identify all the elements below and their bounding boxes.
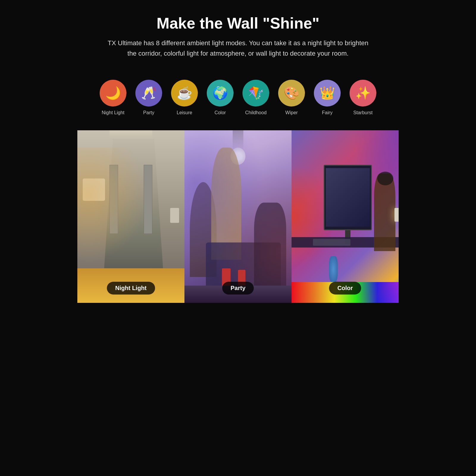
color-label: Color: [214, 110, 226, 115]
leisure-label: Leisure: [177, 110, 192, 115]
night-light-badge: Night Light: [107, 282, 155, 295]
mode-item-fairy[interactable]: 👑Fairy: [312, 80, 342, 115]
party-scene: [184, 130, 292, 303]
photo-panel-night-light: Night Light: [77, 130, 184, 303]
mode-item-party[interactable]: 🥂Party: [134, 80, 164, 115]
party-icon: 🥂: [135, 80, 162, 107]
starburst-label: Starburst: [353, 110, 373, 115]
photo-panel-color: Color: [292, 130, 399, 303]
color-icon: 🌍: [207, 80, 234, 107]
mode-item-childhood[interactable]: 🪁Childhood: [241, 80, 271, 115]
photos-section: Night Light Party: [77, 130, 399, 303]
header-section: Make the Wall "Shine" TX Ultimate has 8 …: [77, 0, 399, 68]
party-label: Party: [143, 110, 154, 115]
childhood-icon: 🪁: [242, 80, 269, 107]
color-scene: [292, 130, 399, 303]
modes-section: 🌙Night Light🥂Party☕Leisure🌍Color🪁Childho…: [77, 68, 399, 130]
leisure-icon: ☕: [171, 80, 198, 107]
fairy-icon: 👑: [314, 80, 341, 107]
page-title: Make the Wall "Shine": [95, 15, 381, 32]
night-light-scene: [77, 130, 184, 303]
childhood-label: Childhood: [245, 110, 267, 115]
page-subtitle: TX Ultimate has 8 different ambient ligh…: [107, 38, 369, 59]
starburst-icon: ✨: [350, 80, 376, 107]
mode-item-starburst[interactable]: ✨Starburst: [348, 80, 378, 115]
fairy-label: Fairy: [322, 110, 333, 115]
wiper-label: Wiper: [285, 110, 298, 115]
mode-item-leisure[interactable]: ☕Leisure: [170, 80, 199, 115]
night-light-label: Night Light: [102, 110, 125, 115]
party-badge: Party: [222, 282, 254, 295]
mode-item-color[interactable]: 🌍Color: [205, 80, 235, 115]
color-badge: Color: [329, 282, 361, 295]
night-light-icon: 🌙: [100, 80, 126, 107]
mode-item-wiper[interactable]: 🎨Wiper: [277, 80, 306, 115]
wiper-icon: 🎨: [278, 80, 305, 107]
photo-panel-party: Party: [184, 130, 292, 303]
mode-item-night-light[interactable]: 🌙Night Light: [98, 80, 128, 115]
